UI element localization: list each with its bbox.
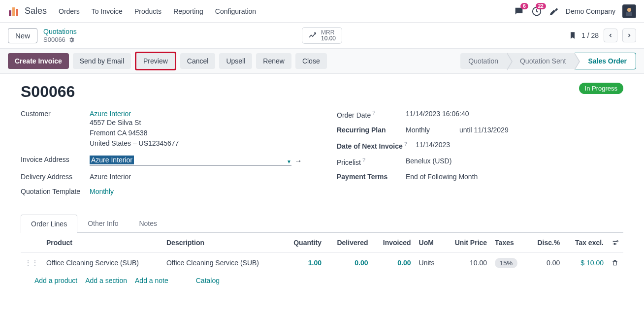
col-uom[interactable]: UoM xyxy=(415,233,443,253)
pricelist-value[interactable]: Benelux (USD) xyxy=(406,157,623,165)
order-date-value[interactable]: 11/14/2023 16:06:40 xyxy=(406,110,623,118)
quotation-template-label: Quotation Template xyxy=(21,188,90,195)
svg-rect-1 xyxy=(12,7,15,16)
col-description[interactable]: Description xyxy=(162,233,283,253)
breadcrumb: Quotations S00066 xyxy=(43,28,77,43)
customer-link[interactable]: Azure Interior xyxy=(90,110,307,118)
col-product[interactable]: Product xyxy=(42,233,162,253)
col-invoiced[interactable]: Invoiced xyxy=(372,233,415,253)
addr-line-3: United States – US12345677 xyxy=(90,138,307,149)
upsell-button[interactable]: Upsell xyxy=(219,53,252,69)
create-invoice-button[interactable]: Create Invoice xyxy=(8,53,69,69)
col-tax-excl[interactable]: Tax excl. xyxy=(564,233,608,253)
preview-button[interactable]: Preview xyxy=(135,52,176,70)
order-date-label: Order Date ? xyxy=(337,110,406,119)
tab-notes[interactable]: Notes xyxy=(129,214,167,232)
recurring-until[interactable]: until 11/13/2029 xyxy=(459,126,509,134)
app-brand[interactable]: Sales xyxy=(25,6,47,16)
pager-next[interactable] xyxy=(622,29,636,42)
external-link-icon[interactable]: → xyxy=(294,156,302,165)
cell-quantity[interactable]: 1.00 xyxy=(283,253,325,273)
menu-to-invoice[interactable]: To Invoice xyxy=(92,7,123,15)
addr-line-2: Fremont CA 94538 xyxy=(90,128,307,138)
chat-badge: 6 xyxy=(520,3,528,9)
chevron-down-icon: ▼ xyxy=(287,159,291,164)
menu-orders[interactable]: Orders xyxy=(59,7,80,15)
tab-order-lines[interactable]: Order Lines xyxy=(21,215,77,233)
status-quotation[interactable]: Quotation xyxy=(460,53,507,69)
action-bar: Create Invoice Send by Email Preview Can… xyxy=(0,48,644,74)
delivery-address-label: Delivery Address xyxy=(21,173,90,181)
addr-line-1: 4557 De Silva St xyxy=(90,118,307,128)
help-icon[interactable]: ? xyxy=(403,141,408,147)
breadcrumb-row: New Quotations S00066 MRR 10.00 1 / 28 xyxy=(0,23,644,48)
table-row[interactable]: ⋮⋮ Office Cleaning Service (SUB) Office … xyxy=(21,253,623,273)
next-invoice-label: Date of Next Invoice ? xyxy=(337,141,416,150)
cell-invoiced[interactable]: 0.00 xyxy=(372,253,415,273)
menu-configuration[interactable]: Configuration xyxy=(215,7,256,15)
payment-terms-value[interactable]: End of Following Month xyxy=(406,173,623,181)
menu-reporting[interactable]: Reporting xyxy=(173,7,203,15)
col-settings[interactable] xyxy=(608,233,623,253)
help-icon[interactable]: ? xyxy=(371,110,375,116)
avatar[interactable] xyxy=(622,4,636,18)
col-unit-price[interactable]: Unit Price xyxy=(443,233,491,253)
content: S00066 In Progress Customer Azure Interi… xyxy=(0,74,644,299)
renew-button[interactable]: Renew xyxy=(256,53,291,69)
chat-icon[interactable]: 6 xyxy=(514,6,524,17)
cell-taxes[interactable]: 15% xyxy=(491,253,527,273)
recurring-plan-value[interactable]: Monthly xyxy=(406,126,430,134)
page-title: S00066 xyxy=(21,83,623,101)
col-delivered[interactable]: Delivered xyxy=(325,233,372,253)
breadcrumb-quotations[interactable]: Quotations xyxy=(43,28,77,36)
col-taxes[interactable]: Taxes xyxy=(491,233,527,253)
new-button[interactable]: New xyxy=(8,28,37,43)
tools-icon[interactable] xyxy=(549,6,559,16)
svg-rect-0 xyxy=(9,10,11,16)
col-disc[interactable]: Disc.% xyxy=(527,233,564,253)
add-product-link[interactable]: Add a product xyxy=(34,277,77,284)
send-email-button[interactable]: Send by Email xyxy=(73,53,131,69)
recurring-plan-label: Recurring Plan xyxy=(337,126,406,134)
cell-unit-price[interactable]: 10.00 xyxy=(443,253,491,273)
status-sales-order[interactable]: Sales Order xyxy=(575,53,636,69)
catalog-link[interactable]: Catalog xyxy=(196,277,220,284)
cell-uom[interactable]: Units xyxy=(415,253,443,273)
help-icon[interactable]: ? xyxy=(361,157,365,163)
close-button[interactable]: Close xyxy=(295,53,327,69)
cell-disc[interactable]: 0.00 xyxy=(527,253,564,273)
add-note-link[interactable]: Add a note xyxy=(135,277,168,284)
drag-handle-icon[interactable]: ⋮⋮ xyxy=(25,259,38,267)
delete-row-icon[interactable] xyxy=(608,253,623,273)
fields-grid: Customer Azure Interior 4557 De Silva St… xyxy=(21,110,623,202)
mrr-button[interactable]: MRR 10.00 xyxy=(302,27,342,44)
next-invoice-value[interactable]: 11/14/2023 xyxy=(416,141,623,149)
invoice-address-select[interactable]: Azure Interior ▼ xyxy=(90,156,291,166)
fields-left: Customer Azure Interior 4557 De Silva St… xyxy=(21,110,307,202)
company-name[interactable]: Demo Company xyxy=(566,7,615,15)
pager-prev[interactable] xyxy=(604,29,617,42)
top-nav: Sales Orders To Invoice Products Reporti… xyxy=(0,0,644,23)
status-quotation-sent[interactable]: Quotation Sent xyxy=(507,53,575,69)
bookmark-icon[interactable] xyxy=(569,31,577,39)
menu-products[interactable]: Products xyxy=(134,7,161,15)
delivery-address-value[interactable]: Azure Interior xyxy=(90,173,307,181)
table-row-actions: Add a product Add a section Add a note C… xyxy=(21,277,623,290)
add-section-link[interactable]: Add a section xyxy=(85,277,127,284)
chart-icon xyxy=(308,31,317,40)
svg-rect-6 xyxy=(626,12,632,16)
cell-description[interactable]: Office Cleaning Service (SUB) xyxy=(162,253,283,273)
cell-tax-excl[interactable]: $ 10.00 xyxy=(564,253,608,273)
activity-icon[interactable]: 22 xyxy=(531,6,542,17)
invoice-address-value: Azure Interior xyxy=(90,156,134,164)
cell-product[interactable]: Office Cleaning Service (SUB) xyxy=(42,253,162,273)
tabs: Order Lines Other Info Notes xyxy=(21,214,623,233)
pager: 1 / 28 xyxy=(569,29,636,42)
cancel-button[interactable]: Cancel xyxy=(180,53,216,69)
gear-icon[interactable] xyxy=(68,37,74,43)
tab-other-info[interactable]: Other Info xyxy=(77,214,129,232)
cell-delivered[interactable]: 0.00 xyxy=(325,253,372,273)
quotation-template-value[interactable]: Monthly xyxy=(90,188,307,195)
col-quantity[interactable]: Quantity xyxy=(283,233,325,253)
mrr-value: 10.00 xyxy=(321,35,336,41)
